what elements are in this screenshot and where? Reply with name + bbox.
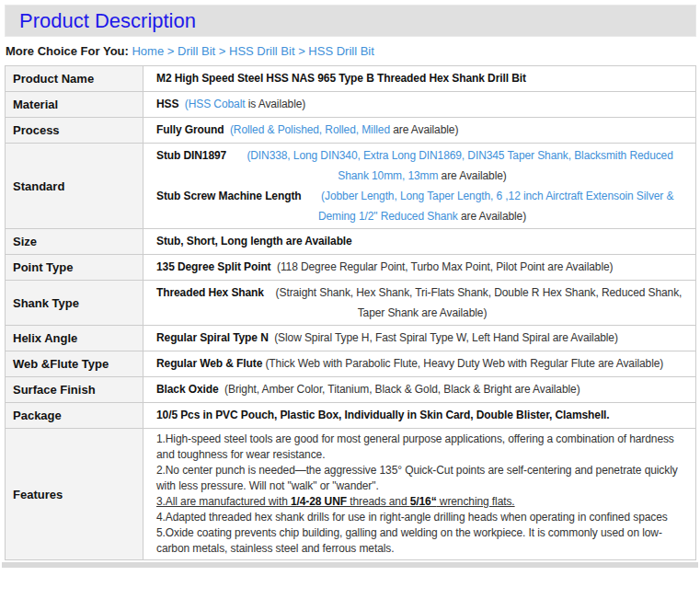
spec-row-process: ProcessFully Ground (Rolled & Polished, … [6, 118, 696, 144]
spec-row-helix-angle: Helix AngleRegular Spiral Type N (Slow S… [6, 326, 696, 351]
spec-value-shank-type: Threaded Hex Shank(Straight Shank, Hex S… [143, 281, 696, 326]
spec-row-surface-finish: Surface FinishBlack Oxide (Bright, Amber… [6, 377, 696, 403]
bottom-divider [2, 562, 698, 568]
spec-value-helix-angle: Regular Spiral Type N (Slow Spiral Type … [143, 326, 696, 351]
spec-value-point-type: 135 Degree Split Point (118 Degree Regul… [143, 255, 696, 281]
spec-value-product-name: M2 High Speed Steel HSS NAS 965 Type B T… [143, 66, 696, 92]
text-segment: 1.High-speed steel tools are good for mo… [156, 432, 683, 461]
feature-item: 2.No center punch is needed—the aggressi… [156, 463, 692, 494]
breadcrumb-links: Home > Drill Bit > HSS Drill Bit > HSS D… [132, 44, 373, 58]
spec-value-standard: Stub DIN1897(DIN338, Long DIN340, Extra … [143, 144, 696, 229]
text-segment: 135 Degree Split Point [156, 260, 271, 273]
text-segment: 5/16“ [410, 495, 437, 508]
text-segment: Regular Web & Flute [156, 357, 262, 370]
text-segment: are Available) [390, 123, 458, 136]
spec-label-standard: Standard [6, 144, 143, 229]
text-segment: wrenching flats. [437, 495, 515, 508]
spec-row-web-flute-type: Web &Flute TypeRegular Web & Flute (Thic… [6, 351, 696, 377]
spec-value-features: 1.High-speed steel tools are good for mo… [143, 429, 696, 560]
text-segment: (Slow Spiral Type H, Fast Spiral Type W,… [269, 331, 618, 344]
entry-label: Stub Screw Machine Length [156, 186, 302, 206]
spec-row-size: SizeStub, Short, Long length are Availab… [6, 229, 696, 255]
spec-label-web-flute-type: Web &Flute Type [6, 351, 143, 377]
text-segment: Fully Ground [156, 123, 224, 136]
entry-label: Stub DIN1897 [156, 145, 226, 166]
breadcrumb-label: More Choice For You [6, 44, 125, 58]
spec-label-material: Material [6, 92, 143, 118]
spec-value-process: Fully Ground (Rolled & Polished, Rolled,… [143, 118, 696, 144]
text-segment: (118 Degree Regular Point, Turbo Max Poi… [271, 260, 614, 273]
feature-item: 1.High-speed steel tools are good for mo… [156, 432, 692, 463]
feature-item: 4.Adapted threaded hex shank drills for … [156, 510, 692, 525]
spec-label-shank-type: Shank Type [6, 281, 143, 326]
spec-row-standard: StandardStub DIN1897(DIN338, Long DIN340… [6, 144, 696, 229]
breadcrumb-separator: > [215, 44, 229, 58]
text-segment: Regular Spiral Type N [156, 331, 269, 344]
spec-value-package: 10/5 Pcs in PVC Pouch, Plastic Box, Indi… [143, 403, 696, 429]
spec-label-product-name: Product Name [6, 66, 143, 92]
text-segment: (Bright, Amber Color, Titanium, Black & … [219, 383, 580, 396]
text-segment: 4.Adapted threaded hex shank drills for … [156, 511, 668, 524]
spec-label-package: Package [6, 403, 143, 429]
page-title: Product Description [19, 9, 196, 32]
breadcrumb: More Choice For You: Home > Drill Bit > … [0, 37, 700, 65]
breadcrumb-link[interactable]: HSS Drill Bit [229, 44, 295, 58]
feature-item: 3.All are manufactured with 1/4-28 UNF t… [156, 494, 692, 510]
text-segment: 3.All are manufactured with [156, 495, 291, 508]
spec-value-web-flute-type: Regular Web & Flute (Thick Web with Para… [143, 351, 696, 377]
text-segment: is Available) [245, 98, 305, 110]
text-segment: 10/5 Pcs in PVC Pouch, Plastic Box, Indi… [156, 409, 610, 421]
link[interactable]: (HSS Cobalt [185, 98, 246, 110]
breadcrumb-link[interactable]: Home [132, 44, 164, 58]
spec-row-package: Package10/5 Pcs in PVC Pouch, Plastic Bo… [6, 403, 696, 429]
breadcrumb-separator: > [295, 44, 309, 58]
text-segment: 1/4-28 UNF [291, 495, 347, 508]
spec-label-point-type: Point Type [6, 255, 143, 281]
text-segment: M2 High Speed Steel HSS NAS 965 Type B T… [156, 72, 526, 85]
text-segment: HSS [156, 98, 178, 110]
text-segment: 2.No center punch is needed—the aggressi… [156, 464, 686, 492]
spec-label-helix-angle: Helix Angle [6, 326, 143, 351]
text-segment: 5.Oxide coating prevents chip building, … [156, 526, 662, 555]
text-segment: threads and [347, 495, 410, 508]
text-segment: Black Oxide [156, 383, 219, 396]
spec-label-process: Process [6, 118, 143, 144]
text-segment: (Thick Web with Parabolic Flute, Heavy D… [262, 357, 663, 370]
text-segment: (Straight Shank, Hex Shank, Tri-Flats Sh… [276, 286, 685, 319]
spec-row-material: MaterialHSS (HSS Cobalt is Available) [6, 92, 696, 118]
spec-row-point-type: Point Type135 Degree Split Point (118 De… [6, 255, 696, 281]
spec-label-features: Features [6, 429, 143, 560]
feature-item: 5.Oxide coating prevents chip building, … [156, 525, 692, 557]
link[interactable]: (Rolled & Polished, Rolled, Milled [230, 123, 390, 136]
spec-row-product-name: Product NameM2 High Speed Steel HSS NAS … [6, 66, 696, 92]
spec-label-surface-finish: Surface Finish [6, 377, 143, 403]
composite-entry: Stub Screw Machine Length(Jobber Length,… [156, 186, 688, 226]
spec-value-material: HSS (HSS Cobalt is Available) [143, 92, 696, 118]
spec-value-surface-finish: Black Oxide (Bright, Amber Color, Titani… [143, 377, 696, 403]
composite-entry: Stub DIN1897(DIN338, Long DIN340, Extra … [156, 145, 688, 186]
composite-entry: Threaded Hex Shank(Straight Shank, Hex S… [156, 282, 688, 323]
section-header: Product Description [5, 5, 696, 37]
text-segment: Stub, Short, Long length are Available [156, 235, 352, 248]
spec-row-shank-type: Shank TypeThreaded Hex Shank(Straight Sh… [6, 281, 696, 326]
breadcrumb-link[interactable]: HSS Drill Bit [308, 44, 374, 58]
breadcrumb-separator: > [164, 44, 178, 58]
spec-label-size: Size [6, 229, 143, 255]
spec-value-size: Stub, Short, Long length are Available [143, 229, 696, 255]
product-spec-table: Product NameM2 High Speed Steel HSS NAS … [5, 65, 696, 560]
text-segment: are Available) [438, 169, 506, 182]
spec-row-features: Features1.High-speed steel tools are goo… [6, 429, 696, 560]
breadcrumb-link[interactable]: Drill Bit [178, 44, 215, 58]
text-segment: are Available) [458, 210, 526, 223]
entry-label: Threaded Hex Shank [156, 282, 264, 303]
